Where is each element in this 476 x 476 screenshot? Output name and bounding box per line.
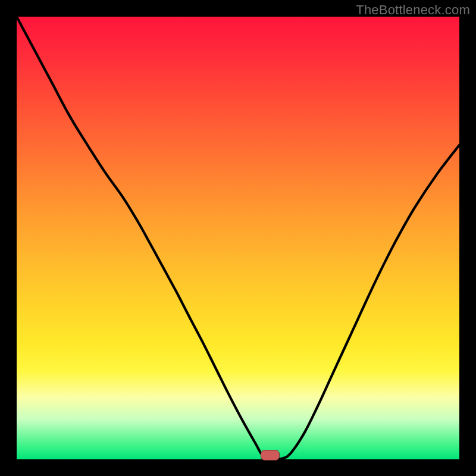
chart-frame: TheBottleneck.com (0, 0, 476, 476)
curve-layer (17, 17, 459, 459)
bottleneck-curve (17, 17, 459, 459)
watermark-text: TheBottleneck.com (356, 2, 470, 18)
curve-minimum-marker (261, 450, 280, 461)
